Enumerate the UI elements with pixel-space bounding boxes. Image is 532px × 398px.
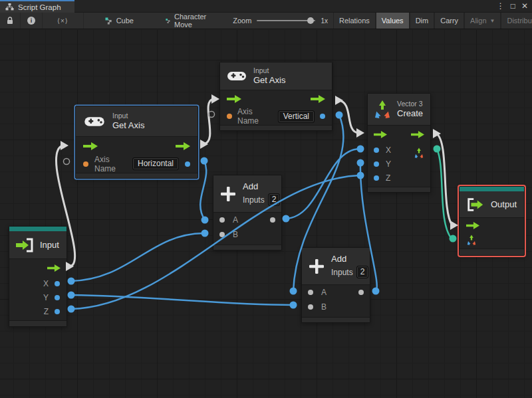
- code-icon: ⟨×⟩: [57, 17, 68, 25]
- flow-out-port[interactable]: [411, 131, 424, 138]
- edit-code-button[interactable]: ⟨×⟩: [43, 13, 84, 29]
- node-get-axis-horizontal[interactable]: Input Get Axis Axis Name Horizontal: [75, 106, 198, 179]
- port-label: X: [386, 146, 391, 155]
- inputs-label: Inputs: [243, 195, 265, 205]
- window-close-icon[interactable]: ✕: [521, 0, 528, 13]
- breadcrumb-label: Cube: [116, 17, 134, 25]
- port-label: Z: [386, 173, 390, 183]
- output-port-z[interactable]: [55, 309, 60, 314]
- zoom-label: Zoom: [233, 17, 251, 25]
- inputs-count-field[interactable]: 2: [356, 266, 369, 278]
- flow-in-port[interactable]: [466, 222, 479, 229]
- node-title: Add: [243, 181, 280, 192]
- node-graph-input[interactable]: Input X Y Z: [9, 226, 67, 327]
- flow-out-port[interactable]: [176, 142, 190, 150]
- input-port-z[interactable]: [374, 175, 379, 181]
- string-port[interactable]: [83, 161, 88, 167]
- port-label: X: [43, 279, 49, 288]
- sum-out-port[interactable]: [270, 217, 275, 223]
- input-port-y[interactable]: [374, 161, 379, 167]
- node-title: Output: [491, 199, 517, 210]
- node-vector3-create[interactable]: Vector 3 Create X Y Z: [367, 93, 431, 193]
- script-graph-tab-icon: [5, 3, 14, 11]
- gamepad-icon: [84, 115, 105, 128]
- dropdown-distribute[interactable]: Distribute▼: [501, 13, 532, 29]
- graph-output-icon: [466, 197, 485, 212]
- tab-script-graph[interactable]: Script Graph: [0, 0, 74, 13]
- zoom-value: 1x: [321, 17, 328, 25]
- window-maximize-icon[interactable]: □: [511, 0, 515, 13]
- node-subtitle: Input: [112, 112, 144, 120]
- tab-bar: Script Graph ⋮ □ ✕: [0, 0, 532, 13]
- input-port-b[interactable]: [219, 232, 225, 237]
- info-button[interactable]: i: [21, 13, 43, 29]
- breadcrumb-graph-character-move[interactable]: Character Move: [159, 13, 215, 29]
- dropdown-align[interactable]: Align▼: [464, 13, 501, 29]
- flow-in-port[interactable]: [374, 131, 387, 138]
- input-port-b[interactable]: [308, 304, 313, 310]
- value-out-port[interactable]: [320, 114, 325, 119]
- node-get-axis-vertical[interactable]: Input Get Axis Axis Name Vertical: [219, 62, 332, 131]
- breadcrumb-graph-cube[interactable]: Cube: [98, 13, 140, 29]
- gamepad-icon: [227, 70, 247, 82]
- output-port-x[interactable]: [55, 281, 60, 286]
- vector3-icon: [373, 100, 392, 120]
- node-add-2[interactable]: Add Inputs 2 A B: [301, 247, 370, 323]
- tab-title: Script Graph: [18, 3, 61, 11]
- breadcrumb-label: Character Move: [174, 13, 209, 29]
- port-label: A: [233, 215, 238, 225]
- unity-script-graph-window: Script Graph ⋮ □ ✕ i ⟨×⟩: [0, 0, 532, 398]
- node-subtitle: Vector 3: [397, 100, 423, 108]
- input-port-x[interactable]: [374, 148, 379, 153]
- graph-input-icon: [15, 238, 35, 252]
- flow-out-port[interactable]: [311, 95, 325, 103]
- zoom-slider-handle[interactable]: [307, 17, 314, 24]
- toggle-relations[interactable]: Relations: [333, 13, 376, 29]
- value-out-port[interactable]: [185, 161, 190, 167]
- node-footer: [368, 187, 430, 192]
- output-port-y[interactable]: [55, 295, 60, 300]
- port-label: Z: [44, 307, 49, 316]
- port-label: Axis Name: [94, 155, 126, 173]
- node-title: Get Axis: [112, 120, 144, 131]
- axis-name-field[interactable]: Vertical: [278, 110, 315, 123]
- port-label: B: [321, 302, 327, 312]
- input-port-a[interactable]: [219, 217, 225, 223]
- flow-in-port[interactable]: [83, 142, 98, 150]
- toggle-values[interactable]: Values: [376, 13, 410, 29]
- port-label: A: [321, 288, 327, 297]
- node-footer: [9, 320, 66, 326]
- inputs-count-field[interactable]: 2: [268, 193, 281, 206]
- graph-toolbar: i ⟨×⟩ Cube Character Move Zoom: [0, 13, 532, 29]
- node-add-1[interactable]: Add Inputs 2 A B: [213, 175, 282, 250]
- graph-asset-icon: [166, 17, 171, 25]
- info-icon: i: [27, 17, 35, 25]
- node-title: Get Axis: [253, 75, 285, 86]
- flow-out-port[interactable]: [47, 264, 61, 272]
- toggle-dim[interactable]: Dim: [410, 13, 435, 29]
- node-footer: [220, 125, 332, 130]
- zoom-slider[interactable]: [257, 20, 315, 21]
- inputs-label: Inputs: [331, 268, 353, 277]
- node-graph-output[interactable]: Output: [459, 186, 525, 256]
- port-label: B: [233, 230, 238, 239]
- toggle-carry[interactable]: Carry: [434, 13, 464, 29]
- node-footer: [76, 173, 198, 178]
- node-footer: [460, 249, 524, 255]
- unit-accent-strip: [9, 227, 66, 231]
- lock-button[interactable]: [0, 13, 21, 29]
- input-port-a[interactable]: [308, 290, 313, 295]
- string-port[interactable]: [227, 114, 232, 119]
- flow-in-port[interactable]: [227, 95, 241, 103]
- graph-asset-icon: [105, 17, 113, 25]
- lock-icon: [7, 17, 13, 25]
- node-footer: [213, 245, 281, 250]
- axis-name-field[interactable]: Horizontal: [132, 157, 179, 170]
- chevron-down-icon: ▼: [490, 18, 495, 24]
- node-title: Add: [331, 254, 368, 264]
- sum-out-port[interactable]: [358, 290, 364, 295]
- port-label: Y: [386, 159, 391, 169]
- node-footer: [302, 317, 370, 322]
- window-menu-icon[interactable]: ⋮: [497, 0, 505, 13]
- vector3-input-port[interactable]: [466, 235, 477, 246]
